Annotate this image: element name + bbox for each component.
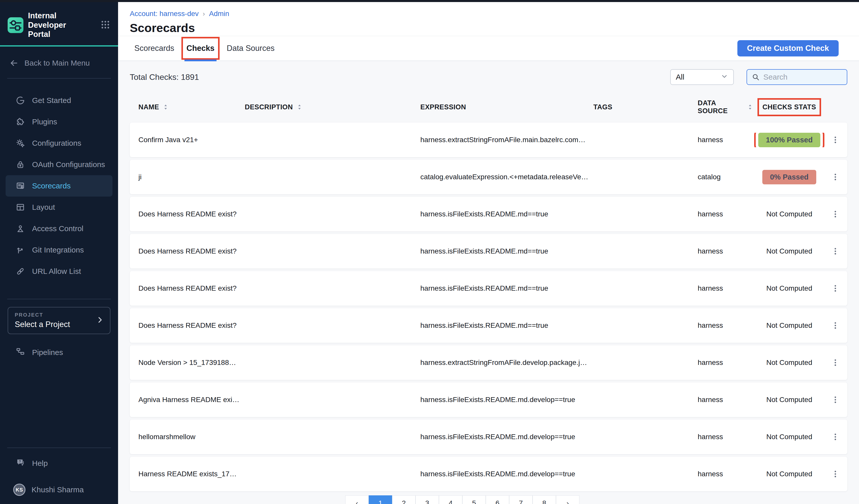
sidebar-item-layout[interactable]: Layout <box>5 197 112 218</box>
sidebar-divider <box>7 447 111 448</box>
table-row[interactable]: Does Harness README exist?harness.isFile… <box>130 308 847 343</box>
row-menu-button[interactable] <box>831 470 847 478</box>
search-input[interactable] <box>763 73 842 81</box>
sidebar-item-label: Layout <box>32 203 55 212</box>
check-name: hellomarshmellow <box>138 433 245 441</box>
row-menu-button[interactable] <box>831 358 847 367</box>
search-box <box>747 69 847 85</box>
check-expression: harness.isFileExists.README.md.develop==… <box>420 470 593 478</box>
table-row[interactable]: Confirm Java v21+harness.extractStringFr… <box>130 123 847 157</box>
page-button-1[interactable]: 1 <box>369 495 392 504</box>
help-chat-icon: ? <box>16 458 25 469</box>
person-icon <box>16 224 25 233</box>
check-data-source: harness <box>698 470 754 478</box>
sort-icon[interactable] <box>747 104 754 111</box>
avatar: KS <box>13 484 26 496</box>
create-custom-check-button[interactable]: Create Custom Check <box>737 40 839 57</box>
scorecard-icon <box>16 181 25 190</box>
row-menu-button[interactable] <box>831 432 847 441</box>
check-expression: harness.extractStringFromAFile.main.baze… <box>420 136 593 144</box>
check-name: Node Version > 15_1739188021... <box>138 358 245 367</box>
sidebar-item-scorecards[interactable]: Scorecards <box>5 175 112 197</box>
table-row[interactable]: jicatalog.evaluateExpression.<+metadata.… <box>130 160 847 194</box>
column-label: EXPRESSION <box>420 103 466 111</box>
check-expression: harness.isFileExists.README.md==true <box>420 321 593 330</box>
filter-value: All <box>676 73 684 81</box>
check-stats: Not Computed <box>754 321 825 330</box>
sidebar-divider <box>7 78 111 79</box>
app-window: Internal Developer Portal Back to Main M… <box>0 0 859 504</box>
layout-icon <box>16 203 25 212</box>
check-stats: Not Computed <box>754 470 825 478</box>
check-name: Does Harness README exist? <box>138 284 245 292</box>
check-stats: Not Computed <box>754 247 825 255</box>
row-menu-button[interactable] <box>831 321 847 330</box>
check-stats: 0% Passed <box>754 170 825 184</box>
sidebar-item-label: URL Allow List <box>32 267 81 276</box>
user-menu[interactable]: KS Khushi Sharma <box>0 479 118 501</box>
page-button-8[interactable]: 8 <box>532 495 556 504</box>
sidebar-item-url-allow-list[interactable]: URL Allow List <box>5 261 112 282</box>
table-row[interactable]: hellomarshmellowharness.isFileExists.REA… <box>130 419 847 454</box>
page-button-3[interactable]: 3 <box>416 495 439 504</box>
sidebar-spacer <box>0 363 118 447</box>
apps-grid-icon[interactable] <box>100 19 110 31</box>
page-button-5[interactable]: 5 <box>462 495 486 504</box>
row-menu-button[interactable] <box>831 395 847 404</box>
table-row[interactable]: Node Version > 15_1739188021...harness.e… <box>130 345 847 380</box>
table-row[interactable]: Agniva Harness README exists...harness.i… <box>130 382 847 417</box>
breadcrumb-admin-link[interactable]: Admin <box>209 10 229 18</box>
table-row[interactable]: Harness README exists_173917...harness.i… <box>130 457 847 491</box>
tab-scorecards[interactable]: Scorecards <box>128 36 180 61</box>
page-button-7[interactable]: 7 <box>509 495 532 504</box>
sidebar-item-configurations[interactable]: Configurations <box>5 133 112 154</box>
back-to-main-menu[interactable]: Back to Main Menu <box>9 58 110 68</box>
column-header-data-source[interactable]: DATA SOURCE <box>698 99 754 115</box>
sidebar-item-get-started[interactable]: Get Started <box>5 90 112 111</box>
check-data-source: harness <box>698 284 754 292</box>
breadcrumb-account-link[interactable]: Account: harness-dev <box>130 10 199 18</box>
row-menu-button[interactable] <box>831 136 847 144</box>
project-selector[interactable]: PROJECT Select a Project <box>7 307 110 334</box>
sidebar-item-git-integrations[interactable]: Git Integrations <box>5 239 112 261</box>
row-menu-button[interactable] <box>831 210 847 218</box>
sidebar-item-label: Plugins <box>32 118 57 126</box>
check-expression: harness.isFileExists.README.md==true <box>420 247 593 255</box>
column-header-name[interactable]: NAME <box>138 103 245 111</box>
tab-data-sources[interactable]: Data Sources <box>221 36 281 61</box>
toolbar-controls: All <box>670 69 847 85</box>
checks-content: Total Checks: 1891 All <box>118 61 859 504</box>
page-button-2[interactable]: 2 <box>392 495 416 504</box>
help-button[interactable]: ? Help <box>0 453 118 474</box>
check-data-source: harness <box>698 210 754 218</box>
check-data-source: harness <box>698 358 754 367</box>
filter-dropdown[interactable]: All <box>670 69 734 85</box>
table-row[interactable]: Does Harness README exist?harness.isFile… <box>130 271 847 306</box>
page-button-6[interactable]: 6 <box>486 495 509 504</box>
app-title: Internal Developer Portal <box>28 11 84 39</box>
page-button-[interactable]: › <box>556 495 579 504</box>
row-menu-button[interactable] <box>831 173 847 181</box>
page-button-4[interactable]: 4 <box>439 495 462 504</box>
table-row[interactable]: Does Harness README exist?harness.isFile… <box>130 234 847 269</box>
column-label: DATA SOURCE <box>698 99 743 115</box>
table-row[interactable]: Does Harness README exist?harness.isFile… <box>130 197 847 231</box>
row-menu-button[interactable] <box>831 284 847 293</box>
check-data-source: harness <box>698 433 754 441</box>
row-menu-button[interactable] <box>831 247 847 256</box>
help-label: Help <box>32 459 48 468</box>
sidebar-item-pipelines[interactable]: Pipelines <box>0 342 118 363</box>
sort-icon[interactable] <box>162 104 169 111</box>
sidebar-item-access-control[interactable]: Access Control <box>5 218 112 239</box>
sidebar-header: Internal Developer Portal <box>7 11 110 39</box>
sidebar-item-oauth-configurations[interactable]: OAuth Configurations <box>5 154 112 175</box>
lock-icon <box>16 160 25 169</box>
sidebar-item-label: Git Integrations <box>32 246 84 254</box>
tab-checks[interactable]: Checks <box>180 36 221 61</box>
sort-icon[interactable] <box>296 104 303 111</box>
main-area: Account: harness-dev › Admin Scorecards … <box>118 0 859 504</box>
tabs-bar: ScorecardsChecksData Sources Create Cust… <box>118 36 859 61</box>
column-header-description[interactable]: DESCRIPTION <box>245 103 420 111</box>
page-button-[interactable]: ‹ <box>345 495 369 504</box>
sidebar-item-plugins[interactable]: Plugins <box>5 111 112 133</box>
